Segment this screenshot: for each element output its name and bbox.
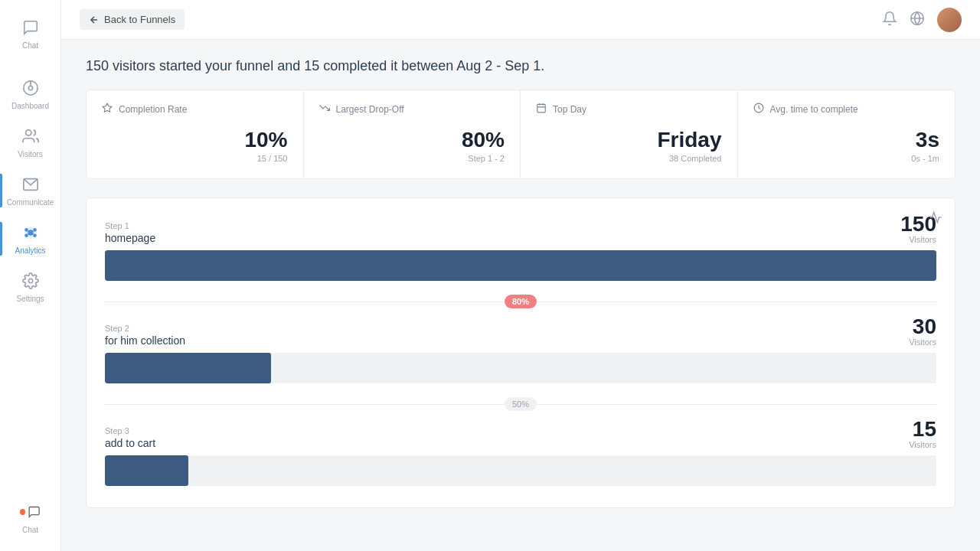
back-to-funnels-button[interactable]: Back to Funnels (80, 9, 185, 30)
step-2-bar (105, 353, 271, 383)
sidebar-bottom-chat[interactable]: Chat (0, 494, 60, 542)
svg-point-3 (25, 130, 31, 135)
step-3-bar-container (105, 455, 936, 486)
step-1-info: Step 1 homepage (105, 221, 155, 244)
step-2-name: for him collection (105, 334, 185, 347)
visitors-icon (20, 126, 41, 147)
svg-rect-19 (537, 104, 546, 112)
sidebar-item-chat[interactable]: Chat (0, 9, 60, 57)
funnel-summary: 150 visitors started your funnel and 15 … (86, 58, 956, 74)
communicate-icon (20, 174, 41, 195)
sidebar-item-settings[interactable]: Settings (0, 262, 60, 311)
sidebar-item-communicate[interactable]: Communicate (0, 166, 60, 214)
drop-indicator-2: 50% (105, 390, 936, 419)
step-1-visitors-label: Visitors (900, 235, 936, 244)
analytics-icon (20, 222, 41, 243)
funnel-section: Step 1 homepage 150 Visitors 80% (86, 197, 956, 508)
largest-dropoff-sub: Step 1 - 2 (319, 154, 505, 163)
sidebar-item-dashboard[interactable]: Dashboard (0, 70, 60, 118)
drop-badge-1: 80% (505, 295, 537, 308)
step-3-bar (105, 455, 188, 486)
avg-time-sub: 0s - 1m (753, 154, 940, 163)
step-3-count: 15 (909, 419, 936, 440)
bottom-chat-icon (20, 501, 41, 523)
completion-rate-value: 10% (102, 128, 288, 152)
step-3-info: Step 3 add to cart (105, 426, 155, 449)
largest-dropoff-label: Largest Drop-Off (336, 104, 404, 115)
avg-time-label: Avg. time to complete (770, 104, 858, 115)
chat-icon (20, 17, 41, 38)
step-2-visitors-label: Visitors (909, 337, 936, 347)
svg-line-13 (32, 233, 33, 234)
funnel-step-3: Step 3 add to cart 15 Visitors (105, 419, 936, 486)
sidebar: Chat Dashboard Visitors (0, 0, 61, 551)
step-2-info: Step 2 for him collection (105, 324, 185, 347)
step-2-label: Step 2 (105, 324, 185, 333)
step-2-visitors: 30 Visitors (909, 316, 936, 347)
topbar-actions (882, 8, 962, 32)
stat-card-completion-header: Completion Rate (102, 103, 288, 116)
settings-icon (20, 270, 41, 292)
sidebar-item-analytics[interactable]: Analytics (0, 214, 60, 262)
stat-cards: Completion Rate 10% 15 / 150 Largest Dro… (86, 90, 956, 179)
completion-rate-icon (102, 103, 113, 116)
largest-dropoff-value: 80% (319, 128, 505, 152)
drop-badge-2: 50% (505, 397, 537, 411)
step-3-visitors-label: Visitors (909, 440, 936, 449)
top-day-label: Top Day (553, 104, 586, 115)
step-2-count: 30 (909, 316, 936, 337)
topbar: Back to Funnels (61, 0, 980, 40)
step-3-header: Step 3 add to cart 15 Visitors (105, 419, 936, 449)
svg-line-10 (28, 231, 28, 232)
sidebar-item-visitors[interactable]: Visitors (0, 118, 60, 166)
sidebar-bottom-chat-label: Chat (22, 526, 38, 534)
step-1-bar (105, 250, 936, 281)
stat-card-topday-header: Top Day (536, 103, 722, 116)
stat-card-dropoff-header: Largest Drop-Off (319, 103, 505, 116)
globe-icon[interactable] (910, 11, 925, 29)
step-3-visitors: 15 Visitors (909, 419, 936, 449)
dashboard-icon (20, 77, 41, 99)
svg-point-14 (28, 279, 33, 283)
funnel-toolbar[interactable] (929, 210, 942, 227)
notification-bell-icon[interactable] (882, 11, 897, 29)
dropoff-icon (319, 103, 330, 116)
step-3-label: Step 3 (105, 426, 155, 435)
step-1-label: Step 1 (105, 221, 155, 230)
sidebar-item-analytics-label: Analytics (15, 246, 45, 255)
step-2-header: Step 2 for him collection 30 Visitors (105, 316, 936, 347)
main-content: Back to Funnels 150 visitors (61, 0, 980, 551)
stat-card-largest-dropoff: Largest Drop-Off 80% Step 1 - 2 (304, 90, 521, 178)
sidebar-item-visitors-label: Visitors (18, 150, 43, 158)
stat-card-avgtime-header: Avg. time to complete (753, 103, 940, 116)
svg-line-12 (28, 233, 28, 234)
sidebar-item-communicate-label: Communicate (7, 198, 54, 207)
step-1-name: homepage (105, 232, 155, 244)
arrow-left-icon (89, 15, 100, 25)
completion-rate-sub: 15 / 150 (102, 154, 288, 163)
user-avatar[interactable] (937, 8, 962, 32)
back-button-label: Back to Funnels (104, 14, 175, 25)
top-day-sub: 38 Completed (536, 154, 722, 163)
step-1-header: Step 1 homepage 150 Visitors (105, 214, 936, 244)
completion-rate-label: Completion Rate (119, 104, 187, 115)
sidebar-item-settings-label: Settings (16, 295, 44, 303)
stat-card-completion-rate: Completion Rate 10% 15 / 150 (87, 90, 304, 178)
step-1-bar-container (105, 250, 936, 281)
avg-time-icon (753, 103, 764, 116)
top-day-icon (536, 103, 547, 116)
top-day-value: Friday (536, 128, 722, 152)
svg-line-11 (32, 231, 33, 232)
step-2-bar-container (105, 353, 936, 383)
avg-time-value: 3s (753, 128, 940, 152)
svg-point-5 (28, 230, 33, 235)
funnel-step-1: Step 1 homepage 150 Visitors (105, 214, 936, 281)
sidebar-item-chat-label: Chat (22, 41, 38, 50)
step-3-name: add to cart (105, 437, 155, 449)
stat-card-top-day: Top Day Friday 38 Completed (521, 90, 738, 178)
svg-marker-18 (103, 103, 112, 112)
drop-indicator-1: 80% (105, 287, 936, 316)
funnel-step-2: Step 2 for him collection 30 Visitors (105, 316, 936, 383)
stat-card-avg-time: Avg. time to complete 3s 0s - 1m (738, 90, 956, 178)
page-content: 150 visitors started your funnel and 15 … (61, 40, 980, 551)
